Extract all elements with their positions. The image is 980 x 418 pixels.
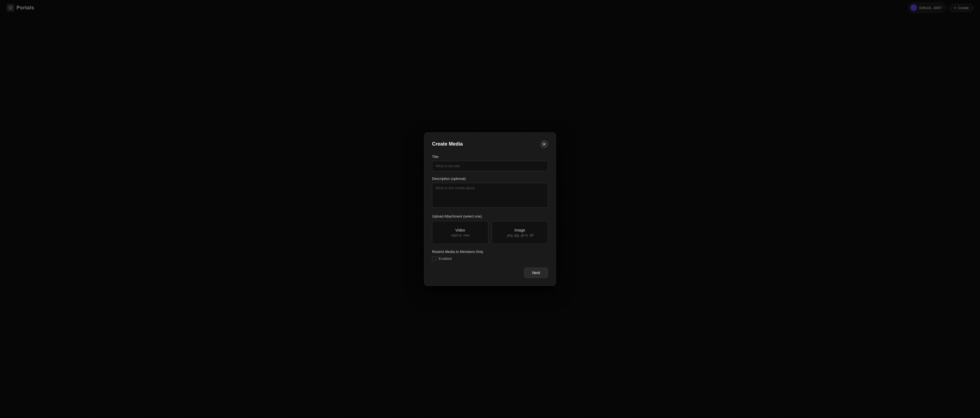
- next-button[interactable]: Next: [524, 268, 548, 278]
- upload-section: Upload Attachment (select one) Video .mp…: [432, 214, 548, 244]
- title-input[interactable]: [432, 161, 548, 171]
- image-option-subtitle: .png .jpg .gif or .tiff: [496, 233, 543, 237]
- create-media-modal: Create Media ✕ Title Description (option…: [424, 132, 556, 286]
- restrict-section: Restrict Media to Members-Only Enabled: [432, 250, 548, 261]
- enabled-checkbox[interactable]: [432, 256, 436, 261]
- next-button-label: Next: [532, 271, 540, 275]
- upload-options: Video .mp4 or .mov Image .png .jpg .gif …: [432, 221, 548, 244]
- restrict-title: Restrict Media to Members-Only: [432, 250, 548, 254]
- modal-header: Create Media ✕: [432, 140, 548, 148]
- image-upload-option[interactable]: Image .png .jpg .gif or .tiff: [492, 221, 548, 244]
- video-option-subtitle: .mp4 or .mov: [437, 233, 484, 237]
- video-upload-option[interactable]: Video .mp4 or .mov: [432, 221, 488, 244]
- description-textarea[interactable]: [432, 183, 548, 207]
- close-icon: ✕: [542, 142, 546, 146]
- description-field-group: Description (optional): [432, 177, 548, 209]
- image-option-title: Image: [496, 228, 543, 232]
- description-label: Description (optional): [432, 177, 548, 181]
- modal-footer: Next: [432, 268, 548, 278]
- title-field-group: Title: [432, 155, 548, 171]
- enabled-label: Enabled: [439, 256, 452, 261]
- checkbox-row: Enabled: [432, 256, 548, 261]
- upload-label: Upload Attachment (select one): [432, 214, 548, 218]
- modal-title: Create Media: [432, 141, 463, 147]
- modal-overlay: Create Media ✕ Title Description (option…: [0, 0, 980, 418]
- video-option-title: Video: [437, 228, 484, 232]
- title-label: Title: [432, 155, 548, 159]
- close-button[interactable]: ✕: [540, 140, 548, 148]
